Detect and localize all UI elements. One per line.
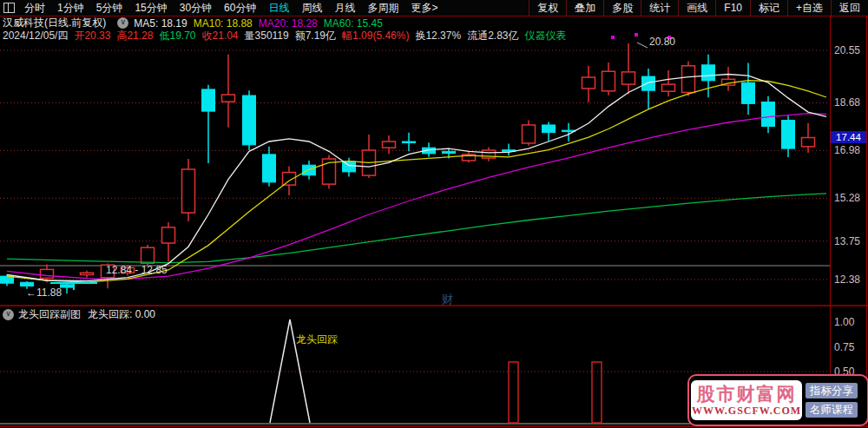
candle-body — [742, 82, 755, 103]
candle-body — [182, 169, 195, 213]
candle-body — [642, 76, 655, 90]
candle-body — [403, 142, 416, 143]
candlestick — [682, 62, 695, 96]
candlestick — [61, 283, 74, 293]
candlestick — [722, 67, 735, 91]
candlestick — [742, 63, 755, 115]
candle-body — [383, 142, 396, 148]
candle-body — [443, 151, 456, 153]
watermark-tag-0: 指标分享 — [806, 383, 858, 398]
candle-body — [542, 125, 556, 133]
candle-body — [21, 282, 34, 286]
candle-body — [782, 120, 795, 148]
site-watermark: 股市财富网 WWW.GSCFW.COM 指标分享名师课程 — [687, 374, 868, 426]
candle-body — [202, 89, 215, 111]
candle-body — [102, 265, 115, 278]
panel-divider[interactable] — [0, 305, 868, 306]
ma-line-MA5 — [7, 75, 826, 281]
candlestick — [202, 85, 215, 163]
site-tags: 指标分享名师课程 — [806, 383, 858, 418]
candle-body — [263, 155, 276, 182]
candlestick — [503, 144, 516, 156]
candlestick — [483, 147, 496, 161]
candle-body — [622, 72, 635, 84]
signal-spike — [270, 319, 310, 423]
candlestick — [263, 147, 276, 187]
mark-dot — [667, 36, 671, 39]
candlestick — [463, 151, 476, 162]
candle-body — [162, 227, 175, 243]
candle-body — [582, 77, 595, 89]
watermark-tag-1: 名师课程 — [806, 402, 858, 418]
candlestick — [243, 90, 256, 150]
candlestick — [622, 43, 635, 94]
high-pointer-line — [637, 43, 648, 48]
candle-body — [61, 285, 74, 287]
stock-app-window: 分时1分钟5分钟15分钟30分钟60分钟日线周线月线多周期更多> 复权叠加多股统… — [0, 0, 868, 428]
chevron-down-icon[interactable]: ∨ — [3, 309, 14, 320]
candle-body — [41, 269, 54, 278]
candlestick — [802, 123, 815, 153]
candle-body — [222, 95, 235, 102]
candlestick — [122, 265, 135, 275]
candlestick — [222, 55, 235, 128]
site-name: 股市财富网 — [697, 384, 797, 405]
candle-body — [762, 102, 775, 126]
candle-body — [662, 84, 675, 91]
candle-body — [602, 71, 615, 91]
candlestick — [582, 66, 595, 102]
candle-body — [1, 276, 14, 283]
candle-body — [523, 125, 536, 143]
candlestick — [363, 135, 376, 178]
candlestick — [523, 120, 536, 145]
ma-line-MA60 — [7, 194, 826, 263]
signal-bar — [509, 362, 518, 423]
site-watermark-card: 股市财富网 WWW.GSCFW.COM — [691, 380, 802, 420]
candle-body — [141, 247, 155, 263]
site-url: WWW.GSCFW.COM — [692, 405, 801, 417]
candlestick — [782, 115, 795, 157]
ma-line-MA10 — [7, 81, 826, 283]
candlestick — [762, 96, 775, 134]
signal-bar — [592, 362, 602, 423]
ma-line-MA20 — [7, 114, 826, 280]
main-chart-canvas[interactable] — [0, 0, 868, 428]
candlestick — [81, 271, 94, 278]
candle-body — [243, 95, 256, 145]
candlestick — [662, 70, 675, 96]
candle-body — [122, 267, 135, 273]
candlestick — [602, 63, 615, 95]
candlestick — [162, 222, 175, 261]
candle-body — [81, 273, 94, 274]
candlestick — [383, 135, 396, 155]
candlestick — [21, 281, 34, 289]
axis-border-line — [830, 16, 831, 427]
sub-panel-header: ∨ 龙头回踩副图 龙头回踩: 0.00 — [3, 307, 162, 322]
mark-dot — [635, 33, 638, 36]
candlestick — [403, 133, 416, 152]
sub-panel-title: 龙头回踩副图 — [18, 307, 81, 322]
candle-body — [682, 66, 695, 93]
candlestick — [102, 264, 115, 289]
mark-dot — [611, 36, 615, 39]
candlestick — [182, 159, 195, 221]
candlestick — [323, 155, 336, 189]
candle-body — [343, 161, 356, 172]
candlestick — [542, 122, 556, 141]
sub-panel-value: 龙头回踩: 0.00 — [88, 307, 155, 322]
right-edge-line — [866, 16, 867, 427]
candle-body — [702, 65, 715, 81]
candle-body — [802, 137, 815, 146]
